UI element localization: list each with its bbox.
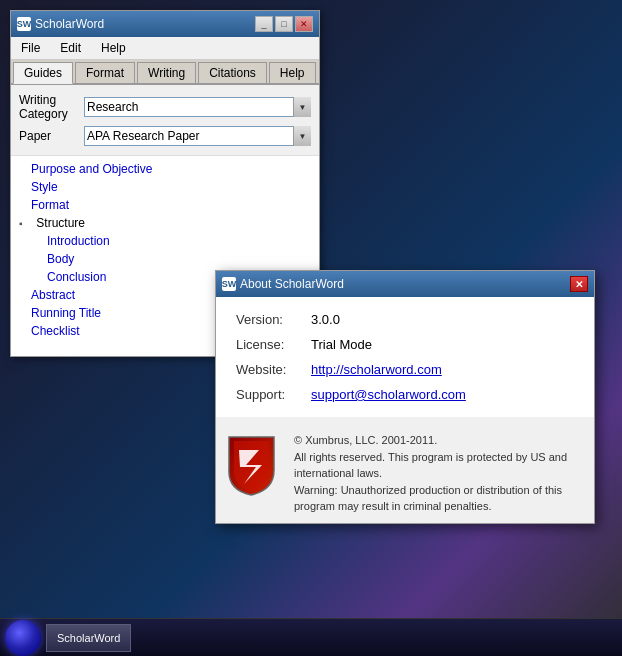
- menu-help[interactable]: Help: [95, 39, 132, 57]
- taskbar-item-label: ScholarWord: [57, 632, 120, 644]
- tab-guides[interactable]: Guides: [13, 62, 73, 84]
- copyright-text: © Xumbrus, LLC. 2001-2011.: [294, 434, 437, 446]
- writing-category-select-wrapper: Research ▼: [84, 97, 311, 117]
- paper-label: Paper: [19, 129, 84, 143]
- tree-item-structure[interactable]: ▪ Structure: [11, 214, 319, 232]
- expand-icon: ▪: [19, 218, 33, 229]
- license-value: Trial Mode: [311, 337, 372, 352]
- tree-item-structure-label: Structure: [36, 216, 85, 230]
- start-orb[interactable]: [5, 620, 41, 656]
- writing-category-select[interactable]: Research: [84, 97, 311, 117]
- writing-category-label: Writing Category: [19, 93, 84, 121]
- about-title-text: About ScholarWord: [240, 277, 344, 291]
- tab-writing[interactable]: Writing: [137, 62, 196, 83]
- version-label: Version:: [236, 312, 311, 327]
- taskbar: ScholarWord: [0, 618, 622, 656]
- form-area: Writing Category Research ▼ Paper APA Re…: [11, 85, 319, 156]
- tree-item-style[interactable]: Style: [11, 178, 319, 196]
- license-label: License:: [236, 337, 311, 352]
- tree-item-format-label: Format: [31, 198, 69, 212]
- about-info-area: Version: 3.0.0 License: Trial Mode Websi…: [216, 297, 594, 417]
- website-label: Website:: [236, 362, 311, 377]
- legal-text-1: All rights reserved. This program is pro…: [294, 451, 567, 480]
- about-app-icon: SW: [222, 277, 236, 291]
- title-bar-left: SW ScholarWord: [17, 17, 104, 31]
- tree-item-body[interactable]: Body: [11, 250, 319, 268]
- tree-item-purpose[interactable]: Purpose and Objective: [11, 160, 319, 178]
- maximize-button[interactable]: □: [275, 16, 293, 32]
- minimize-button[interactable]: _: [255, 16, 273, 32]
- about-footer: © Xumbrus, LLC. 2001-2011. All rights re…: [216, 417, 594, 523]
- tree-item-introduction[interactable]: Introduction: [11, 232, 319, 250]
- paper-select-wrapper: APA Research Paper ▼: [84, 126, 311, 146]
- tree-item-conclusion-label: Conclusion: [47, 270, 106, 284]
- shield-logo: [224, 432, 279, 497]
- tab-citations[interactable]: Citations: [198, 62, 267, 83]
- website-row: Website: http://scholarword.com: [236, 362, 574, 377]
- app-icon: SW: [17, 17, 31, 31]
- about-close-button[interactable]: ✕: [570, 276, 588, 292]
- writing-category-row: Writing Category Research ▼: [19, 93, 311, 121]
- menu-bar: File Edit Help: [11, 37, 319, 60]
- menu-file[interactable]: File: [15, 39, 46, 57]
- about-title-bar: SW About ScholarWord ✕: [216, 271, 594, 297]
- paper-row: Paper APA Research Paper ▼: [19, 126, 311, 146]
- close-button[interactable]: ✕: [295, 16, 313, 32]
- about-dialog: SW About ScholarWord ✕ Version: 3.0.0 Li…: [215, 270, 595, 524]
- support-link[interactable]: support@scholarword.com: [311, 387, 466, 402]
- taskbar-scholarword[interactable]: ScholarWord: [46, 624, 131, 652]
- about-title-left: SW About ScholarWord: [222, 277, 344, 291]
- main-window-title: ScholarWord: [35, 17, 104, 31]
- version-value: 3.0.0: [311, 312, 340, 327]
- about-legal-text: © Xumbrus, LLC. 2001-2011. All rights re…: [294, 432, 586, 515]
- website-link[interactable]: http://scholarword.com: [311, 362, 442, 377]
- license-row: License: Trial Mode: [236, 337, 574, 352]
- window-controls: _ □ ✕: [255, 16, 313, 32]
- main-title-bar: SW ScholarWord _ □ ✕: [11, 11, 319, 37]
- tree-item-checklist-label: Checklist: [31, 324, 80, 338]
- tree-item-introduction-label: Introduction: [47, 234, 110, 248]
- tree-item-format[interactable]: Format: [11, 196, 319, 214]
- paper-select[interactable]: APA Research Paper: [84, 126, 311, 146]
- tree-item-style-label: Style: [31, 180, 58, 194]
- tree-item-running-title-label: Running Title: [31, 306, 101, 320]
- tab-format[interactable]: Format: [75, 62, 135, 83]
- support-label: Support:: [236, 387, 311, 402]
- tab-help[interactable]: Help: [269, 62, 316, 83]
- menu-edit[interactable]: Edit: [54, 39, 87, 57]
- tab-bar: Guides Format Writing Citations Help: [11, 60, 319, 85]
- tree-item-abstract-label: Abstract: [31, 288, 75, 302]
- tree-item-body-label: Body: [47, 252, 74, 266]
- support-row: Support: support@scholarword.com: [236, 387, 574, 402]
- tree-item-purpose-label: Purpose and Objective: [31, 162, 152, 176]
- legal-text-2: Warning: Unauthorized production or dist…: [294, 484, 562, 513]
- version-row: Version: 3.0.0: [236, 312, 574, 327]
